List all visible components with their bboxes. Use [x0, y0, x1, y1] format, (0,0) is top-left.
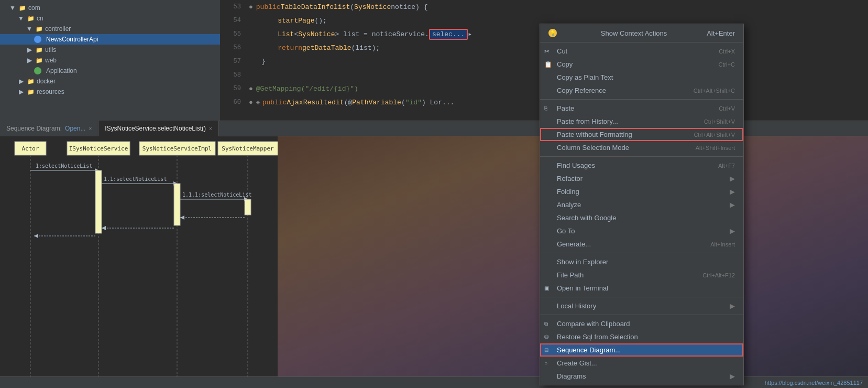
- menu-separator-2: [540, 99, 743, 100]
- svg-rect-19: [174, 184, 180, 225]
- tree-item-news-controller[interactable]: NewsControllerApi: [0, 34, 220, 45]
- menu-item-show-explorer[interactable]: Show in Explorer: [540, 255, 743, 268]
- svg-marker-29: [34, 234, 38, 238]
- tree-item-docker-label: docker: [37, 78, 56, 85]
- column-selection-shortcut: Alt+Shift+Insert: [696, 145, 735, 151]
- sequence-icon: ⊟: [544, 347, 548, 353]
- tree-item-utils[interactable]: ▶ 📁 utils: [0, 45, 220, 55]
- menu-item-cut[interactable]: ✂ Cut Ctrl+X: [540, 45, 743, 58]
- menu-item-analyze[interactable]: Analyze ▶: [540, 198, 743, 211]
- menu-item-paste-no-format[interactable]: Paste without Formatting Ctrl+Alt+Shift+…: [540, 128, 743, 141]
- line-number-59: 59: [225, 85, 241, 92]
- svg-text:SysNoticeMapper: SysNoticeMapper: [222, 145, 274, 152]
- menu-item-copy-plain[interactable]: Copy as Plain Text: [540, 71, 743, 84]
- paste-label: Paste: [557, 104, 708, 112]
- menu-item-paste[interactable]: ⎘ Paste Ctrl+V: [540, 102, 743, 115]
- generate-label: Generate...: [557, 240, 700, 248]
- arrow-right-icon-res: ▶: [17, 88, 25, 96]
- menu-item-goto[interactable]: Go To ▶: [540, 224, 743, 238]
- menu-item-local-history[interactable]: Local History ▶: [540, 299, 743, 312]
- menu-item-create-gist[interactable]: ○ Create Gist...: [540, 357, 743, 370]
- tree-item-resources-label: resources: [37, 88, 64, 95]
- svg-marker-27: [102, 226, 106, 230]
- local-history-label: Local History: [557, 302, 727, 310]
- paste-shortcut: Ctrl+V: [719, 105, 735, 112]
- menu-item-copy[interactable]: 📋 Copy Ctrl+C: [540, 58, 743, 71]
- refactor-submenu-arrow: ▶: [730, 175, 735, 182]
- menu-item-sequence-diagram[interactable]: ⊟ Sequence Diagram...: [540, 343, 743, 357]
- folding-submenu-arrow: ▶: [730, 188, 735, 196]
- folder-icon-com: 📁: [19, 5, 26, 12]
- menu-separator-6: [540, 315, 743, 315]
- line-number-57: 57: [225, 58, 241, 65]
- menu-item-restore-sql[interactable]: ⛁ Restore Sql from Selection: [540, 330, 743, 343]
- generate-shortcut: Alt+Insert: [710, 241, 735, 247]
- tree-item-application-label: Application: [46, 67, 77, 74]
- menu-item-file-path[interactable]: File Path Ctrl+Alt+F12: [540, 268, 743, 282]
- menu-item-compare-clipboard[interactable]: ⧉ Compare with Clipboard: [540, 317, 743, 330]
- copy-shortcut: Ctrl+C: [719, 61, 735, 68]
- gutter-60b: ◈: [256, 98, 260, 106]
- line-number-58: 58: [225, 71, 241, 79]
- paste-history-label: Paste from History...: [557, 117, 694, 125]
- show-context-actions-shortcut: Alt+Enter: [707, 29, 735, 37]
- tab-open-label: Open...: [65, 125, 85, 132]
- menu-item-paste-history[interactable]: Paste from History... Ctrl+Shift+V: [540, 115, 743, 128]
- svg-rect-23: [245, 199, 251, 215]
- open-terminal-label: Open in Terminal: [557, 284, 735, 292]
- paste-no-format-shortcut: Ctrl+Alt+Shift+V: [694, 132, 735, 138]
- menu-item-open-terminal[interactable]: ▣ Open in Terminal: [540, 282, 743, 295]
- code-line-53: 53 ● public TableDataInfo list ( SysNoti…: [220, 0, 868, 14]
- tree-item-resources[interactable]: ▶ 📁 resources: [0, 87, 220, 97]
- tree-item-docker[interactable]: ▶ 📁 docker: [0, 76, 220, 87]
- diagrams-label: Diagrams: [557, 372, 727, 380]
- tab-sequence-open[interactable]: Sequence Diagram: Open... ×: [0, 121, 98, 136]
- menu-item-search-google[interactable]: Search with Google: [540, 211, 743, 224]
- gist-icon: ○: [544, 360, 547, 366]
- tab-sequence-close[interactable]: ×: [89, 126, 92, 132]
- tree-item-controller[interactable]: ▼ 📁 controller: [0, 24, 220, 34]
- menu-item-folding[interactable]: Folding ▶: [540, 185, 743, 198]
- show-context-actions-label: Show Context Actions: [601, 29, 667, 37]
- folder-icon-utils: 📁: [36, 47, 43, 53]
- copy-label: Copy: [557, 60, 708, 68]
- copy-plain-label: Copy as Plain Text: [557, 73, 735, 81]
- analyze-label: Analyze: [557, 201, 727, 209]
- paste-no-format-label: Paste without Formatting: [557, 131, 683, 138]
- folder-icon-docker: 📁: [27, 78, 35, 85]
- local-history-submenu-arrow: ▶: [730, 302, 735, 310]
- gutter-53: ●: [249, 3, 253, 11]
- tab-isysnotice[interactable]: ISysNoticeService.selectNoticeList() ×: [98, 121, 219, 136]
- line-number-60: 60: [225, 99, 241, 106]
- svg-marker-25: [180, 215, 184, 220]
- folder-icon-cn: 📁: [27, 15, 35, 22]
- arrow-down-icon: ▼: [8, 4, 17, 12]
- tree-item-cn[interactable]: ▼ 📁 cn: [0, 13, 220, 24]
- selected-text: selec...: [429, 29, 468, 40]
- gutter-60: ●: [249, 99, 253, 106]
- copy-reference-label: Copy Reference: [557, 87, 683, 94]
- compare-clipboard-label: Compare with Clipboard: [557, 320, 735, 328]
- svg-text:1.1.1:selectNoticeList: 1.1.1:selectNoticeList: [182, 192, 251, 198]
- cut-label: Cut: [557, 47, 708, 55]
- find-usages-shortcut: Alt+F7: [718, 163, 735, 169]
- menu-item-column-selection[interactable]: Column Selection Mode Alt+Shift+Insert: [540, 141, 743, 154]
- menu-item-copy-reference[interactable]: Copy Reference Ctrl+Alt+Shift+C: [540, 84, 743, 97]
- menu-item-find-usages[interactable]: Find Usages Alt+F7: [540, 159, 743, 172]
- ide-background: ▼ 📁 com ▼ 📁 cn ▼ 📁 controller NewsContro…: [0, 0, 868, 388]
- sequence-diagram-svg: Actor ISysNoticeService SysNoticeService…: [9, 136, 278, 378]
- menu-separator-1: [540, 42, 743, 42]
- tree-item-web[interactable]: ▶ 📁 web: [0, 55, 220, 66]
- tab-isysnotice-close[interactable]: ×: [209, 126, 212, 132]
- arrow-right-icon-web: ▶: [25, 56, 34, 64]
- menu-item-generate[interactable]: Generate... Alt+Insert: [540, 238, 743, 251]
- menu-item-refactor[interactable]: Refactor ▶: [540, 172, 743, 185]
- line-number-54: 54: [225, 17, 241, 24]
- folder-icon-ctrl: 📁: [36, 26, 43, 33]
- line-number-56: 56: [225, 44, 241, 51]
- tree-item-com[interactable]: ▼ 📁 com: [0, 3, 220, 13]
- menu-item-show-context-actions[interactable]: 💡 Show Context Actions Alt+Enter: [540, 26, 743, 40]
- tree-item-application[interactable]: Application: [0, 66, 220, 76]
- menu-item-diagrams[interactable]: Diagrams ▶: [540, 370, 743, 383]
- folder-icon-web: 📁: [36, 57, 43, 64]
